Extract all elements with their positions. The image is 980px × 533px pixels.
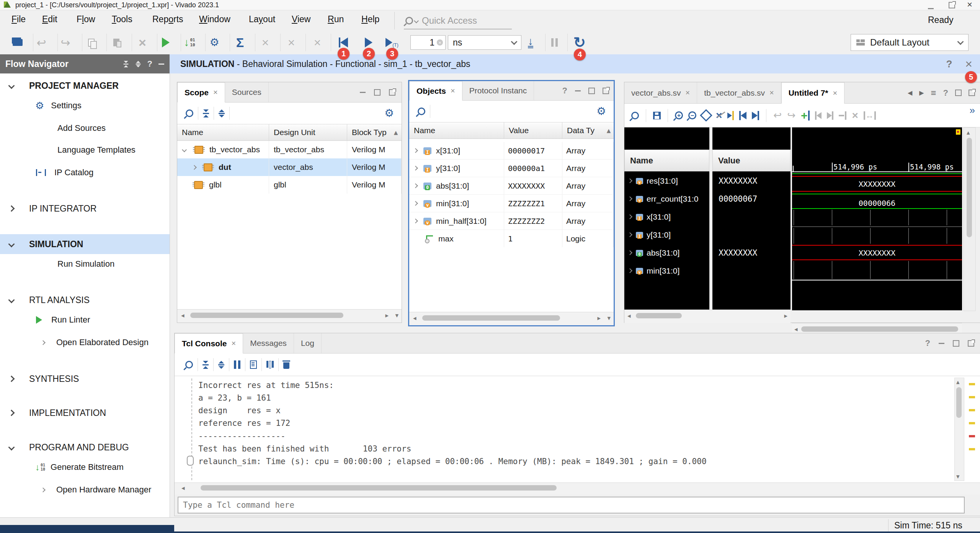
scroll-left-icon[interactable]: ◂ (627, 312, 631, 320)
layout-selector[interactable]: Default Layout (851, 34, 969, 51)
sidebar-section-simulation[interactable]: SIMULATION (0, 236, 83, 252)
delete-button[interactable]: × (132, 31, 152, 54)
menu-tools[interactable]: Tools (112, 14, 132, 24)
console-hscrollbar[interactable]: ◂ (175, 482, 980, 494)
clear-console-icon[interactable] (283, 362, 289, 369)
scroll-right-icon[interactable]: ▸ (597, 314, 601, 322)
window-restore-button[interactable] (949, 2, 955, 10)
menu-file[interactable]: File (11, 14, 26, 24)
scroll-down-icon[interactable]: ▾ (607, 314, 611, 322)
tab-messages[interactable]: Messages (243, 333, 294, 353)
sidebar-section-synthesis[interactable]: SYNTHESIS (0, 371, 79, 386)
sidebar-section-implementation[interactable]: IMPLEMENTATION (0, 405, 106, 421)
float-icon[interactable] (389, 89, 395, 96)
help-icon[interactable]: ? (925, 338, 930, 348)
close-icon[interactable]: × (213, 88, 218, 97)
menu-run[interactable]: Run (328, 14, 344, 24)
menu-layout[interactable]: Layout (249, 14, 275, 24)
search-icon[interactable] (186, 109, 193, 117)
next-transition-icon[interactable] (727, 111, 734, 120)
float-icon[interactable] (603, 88, 609, 94)
objects-row-max[interactable]: max 1 Logic (409, 230, 614, 247)
tab-nav-right-icon[interactable]: ▶ (919, 89, 924, 96)
scroll-left-icon[interactable]: ◂ (181, 311, 185, 319)
tab-sources[interactable]: Sources (225, 82, 269, 102)
sidebar-item-settings[interactable]: ⚙Settings (0, 98, 82, 113)
annotation-mark[interactable] (969, 409, 975, 411)
zoom-out-icon[interactable]: − (688, 111, 696, 119)
settings-gear-button[interactable]: ⚙ (204, 31, 224, 54)
console-output[interactable]: Incorrect res at time 515ns: a = 23, b =… (175, 376, 980, 482)
menu-flow[interactable]: Flow (77, 14, 95, 24)
wave-col-name-header[interactable]: Name (624, 150, 709, 171)
gear-icon[interactable]: ⚙ (384, 108, 394, 118)
wave-col-value-header[interactable]: Value (712, 150, 791, 171)
window-close-button[interactable]: × (967, 0, 972, 10)
window-minimize-button[interactable] (928, 4, 934, 11)
objects-hscrollbar[interactable]: ◂ ▸ ▾ (409, 312, 614, 325)
annotation-mark[interactable] (969, 448, 975, 450)
previous-edge-icon[interactable] (739, 111, 746, 120)
minimize-icon[interactable] (158, 64, 164, 65)
paste-button[interactable] (106, 31, 126, 54)
tab-untitled-7[interactable]: Untitled 7*× (781, 82, 845, 104)
objects-row-min[interactable]: min[31:0] ZZZZZZZ1 Array (409, 195, 614, 212)
float-icon[interactable] (969, 90, 975, 96)
close-icon[interactable]: × (769, 88, 774, 97)
float-icon[interactable] (968, 340, 974, 347)
scope-hscrollbar[interactable]: ◂ ▸ ▾ (177, 309, 402, 323)
menu-edit[interactable]: Edit (42, 14, 57, 24)
scroll-down-icon[interactable]: ▾ (956, 473, 960, 481)
tab-tcl-console[interactable]: Tcl Console× (175, 333, 243, 354)
marker-flag-icon[interactable] (956, 129, 960, 135)
pause-output-icon[interactable] (234, 360, 240, 369)
col-data-type[interactable]: Data Ty (562, 122, 604, 139)
objects-row-abs[interactable]: abs[31:0] XXXXXXXX Array (409, 177, 614, 195)
scroll-up-icon[interactable]: ▴ (967, 129, 970, 137)
sidebar-section-ip-integrator[interactable]: IP INTEGRATOR (0, 201, 96, 216)
search-icon[interactable] (185, 361, 193, 368)
col-name[interactable]: Name (177, 124, 269, 140)
search-icon[interactable] (418, 108, 425, 115)
help-icon[interactable]: ? (946, 58, 952, 70)
maximize-icon[interactable] (588, 88, 595, 94)
col-design-unit[interactable]: Design Unit (269, 124, 347, 140)
scroll-right-icon[interactable]: ▸ (784, 312, 787, 320)
scope-row-tb-vector-abs[interactable]: tb_vector_abs tb_vector_abs Verilog M (177, 141, 402, 158)
menu-window[interactable]: Window (199, 14, 230, 24)
col-value[interactable]: Value (504, 122, 562, 139)
maximize-icon[interactable] (953, 340, 959, 347)
redo-button[interactable]: ↪ (56, 31, 75, 54)
scope-row-dut[interactable]: dut vector_abs Verilog M (177, 158, 402, 176)
annotation-mark[interactable] (969, 435, 975, 437)
report-sigma-button[interactable]: Σ (230, 31, 250, 54)
maximize-icon[interactable] (955, 90, 962, 96)
col-name[interactable]: Name (409, 122, 504, 139)
scroll-up-icon[interactable]: ▴ (956, 378, 960, 386)
objects-row-y[interactable]: y[31:0] 000000a1 Array (409, 160, 614, 177)
objects-row-min-half[interactable]: min_half[31:0] ZZZZZZZ2 Array (409, 212, 614, 230)
sidebar-item-language-templates[interactable]: Language Templates (0, 142, 136, 158)
next-edge-icon[interactable] (752, 111, 759, 120)
gear-icon[interactable]: ⚙ (596, 106, 606, 116)
tab-scope[interactable]: Scope× (177, 82, 225, 103)
tab-nav-left-icon[interactable]: ◀ (908, 89, 912, 96)
word-wrap-icon[interactable] (266, 361, 274, 368)
menu-reports[interactable]: Reports (152, 14, 183, 24)
tab-vector-abs-sv[interactable]: vector_abs.sv× (624, 82, 697, 103)
wave-value-column[interactable]: Value XXXXXXXX 00000067 XXXXXXXX (712, 127, 791, 310)
scroll-up-icon[interactable]: ▴ (390, 124, 402, 140)
menu-icon[interactable]: ≡ (931, 88, 936, 98)
help-icon[interactable]: ? (147, 59, 152, 69)
annotation-mark[interactable] (969, 396, 975, 398)
close-icon[interactable]: × (686, 88, 690, 97)
console-vscrollbar[interactable]: ▴ ▾ (954, 378, 964, 481)
expand-collapse-icon[interactable] (136, 61, 140, 67)
sidebar-item-run-linter[interactable]: Run Linter (0, 312, 90, 328)
wave-names-hscrollbar[interactable]: ◂ ▸ (624, 310, 791, 323)
sidebar-section-program-and-debug[interactable]: PROGRAM AND DEBUG (0, 440, 129, 455)
save-icon[interactable] (653, 112, 661, 119)
wave-vscrollbar[interactable]: ▴ (964, 127, 976, 311)
open-project-button[interactable] (8, 31, 28, 54)
minimize-icon[interactable] (575, 90, 581, 91)
